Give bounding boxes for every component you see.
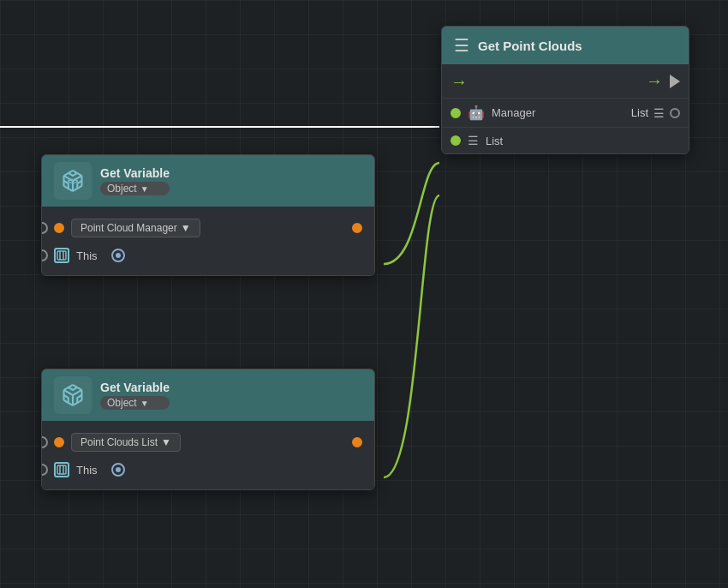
dropdown-arrow1: ▼ <box>181 222 191 234</box>
var2-title-block: Get Variable Object ▼ <box>100 381 170 410</box>
svg-rect-2 <box>57 251 66 260</box>
var2-row2: This <box>42 457 374 483</box>
var2-dropdown-arrow: ▼ <box>140 399 149 408</box>
var2-icon <box>54 376 92 414</box>
manager-label: Manager <box>492 106 535 119</box>
var1-this-label: This <box>76 249 98 262</box>
var1-dropdown-arrow: ▼ <box>140 184 149 194</box>
list-pin-input <box>451 135 461 146</box>
manager-pin-input <box>451 108 461 118</box>
var1-title-block: Get Variable Object ▼ <box>100 166 170 195</box>
var1-title: Get Variable <box>100 166 170 180</box>
var2-target-icon <box>111 463 125 477</box>
var1-header: <> Get Variable Object ▼ <box>42 155 374 207</box>
var2-this-label: This <box>76 464 98 477</box>
node-body: → → 🤖 Manager List ☰ ☰ List <box>442 64 689 153</box>
node-header: ☰ Get Point Clouds <box>442 27 689 64</box>
var2-field1-dropdown[interactable]: Point Clouds List ▼ <box>71 433 181 452</box>
var1-orange-pin-right <box>352 223 362 233</box>
var1-type[interactable]: Object ▼ <box>100 182 170 195</box>
var1-target-icon <box>111 249 125 262</box>
var1-left-pin1 <box>41 222 48 234</box>
manager-row: 🤖 Manager List ☰ <box>442 98 689 127</box>
dropdown-arrow2: ▼ <box>161 436 171 448</box>
var2-row1: Point Clouds List ▼ <box>42 428 374 457</box>
var2-cube-icon <box>54 462 69 477</box>
get-variable-2-node: Get Variable Object ▼ Point Clouds List … <box>41 369 375 490</box>
manager-pin-output <box>670 108 680 118</box>
var1-icon: <> <box>54 162 92 200</box>
get-point-clouds-node: ☰ Get Point Clouds → → 🤖 Manager List ☰ <box>441 26 689 154</box>
var1-cube-icon <box>54 248 69 263</box>
var1-orange-pin1 <box>54 223 64 233</box>
var2-left-pin2 <box>41 464 48 476</box>
var1-field1-dropdown[interactable]: Point Cloud Manager ▼ <box>71 219 200 237</box>
var1-left-pin2 <box>41 249 48 261</box>
var2-type[interactable]: Object ▼ <box>100 396 170 410</box>
var1-row2: This <box>42 243 374 268</box>
list-icon: ☰ <box>468 134 479 147</box>
get-variable-1-node: <> Get Variable Object ▼ Point Cloud Man… <box>41 154 375 276</box>
exec-output-pin <box>670 75 680 88</box>
list-row: ☰ List <box>442 127 689 153</box>
node-title: Get Point Clouds <box>478 39 582 53</box>
var2-title: Get Variable <box>100 381 170 394</box>
var2-orange-pin1 <box>54 437 64 447</box>
var2-body: Point Clouds List ▼ This <box>42 421 374 489</box>
exec-input-arrow: → <box>451 73 468 90</box>
var2-orange-pin-right <box>352 437 362 447</box>
list-icon-right: ☰ <box>653 106 665 120</box>
manager-icon: 🤖 <box>468 105 485 121</box>
var1-body: Point Cloud Manager ▼ This <box>42 207 374 275</box>
exec-row: → → <box>442 64 689 98</box>
list-header-icon: ☰ <box>454 35 469 56</box>
exec-output-arrow: → <box>646 71 663 91</box>
list-label: List <box>486 135 680 147</box>
var1-row1: Point Cloud Manager ▼ <box>42 213 374 243</box>
svg-rect-6 <box>57 465 66 474</box>
var2-left-pin1 <box>41 436 48 448</box>
list-right-label: List <box>631 106 648 119</box>
var2-header: Get Variable Object ▼ <box>42 369 374 421</box>
